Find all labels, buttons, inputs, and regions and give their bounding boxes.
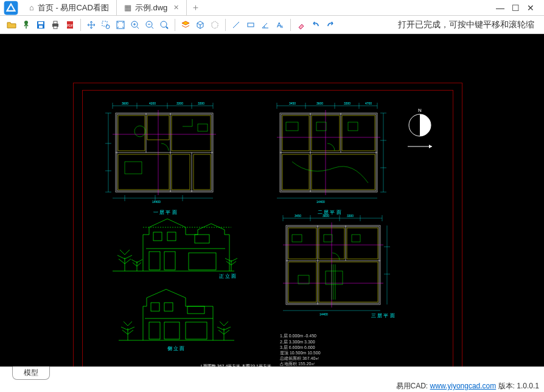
statusbar: 易用CAD: www.yiyongcad.com 版本: 1.0.0.1: [0, 380, 544, 392]
svg-rect-104: [195, 235, 209, 243]
svg-line-18: [152, 27, 153, 29]
layers-button[interactable]: [179, 18, 192, 32]
status-version-label: 版本:: [498, 381, 515, 391]
svg-text:4700: 4700: [365, 101, 372, 105]
pan-button[interactable]: [85, 18, 98, 32]
tab-home[interactable]: ⌂ 首页 - 易用CAD看图: [22, 0, 117, 15]
svg-text:3450: 3450: [295, 214, 301, 218]
drawing-content: 3600420033003300 14400 一 层 平 面: [73, 83, 462, 366]
svg-rect-136: [292, 235, 302, 242]
add-tab-button[interactable]: ＋: [187, 0, 204, 15]
svg-rect-4: [39, 26, 43, 28]
svg-rect-103: [167, 232, 176, 241]
elev-side-label: 侧 立 面: [167, 345, 184, 352]
svg-rect-83: [282, 154, 309, 190]
save-button[interactable]: [34, 18, 47, 32]
close-icon[interactable]: ✕: [173, 4, 179, 12]
svg-text:PDF: PDF: [67, 24, 73, 27]
elev-front-label: 正 立 面: [219, 273, 236, 280]
svg-text:14400: 14400: [152, 200, 161, 204]
svg-line-14: [137, 27, 139, 29]
print-button[interactable]: [49, 18, 62, 32]
zoom-window-button[interactable]: [99, 18, 113, 32]
svg-text:3600: 3600: [316, 101, 323, 105]
tab-label: 首页 - 易用CAD看图: [38, 2, 109, 13]
measure-line-button[interactable]: [229, 18, 243, 32]
svg-rect-102: [153, 232, 162, 241]
svg-rect-130: [347, 228, 378, 259]
svg-rect-137: [324, 235, 332, 242]
summary-line: L面图数 367.4平方米 本图23.1平方米: [201, 363, 271, 366]
svg-rect-6: [54, 21, 57, 24]
zoom-button[interactable]: [158, 18, 171, 32]
svg-point-20: [161, 21, 167, 27]
text-button[interactable]: Aa: [273, 18, 287, 32]
svg-rect-101: [189, 253, 216, 270]
svg-rect-123: [286, 225, 380, 304]
svg-rect-87: [286, 122, 298, 131]
svg-rect-82: [342, 115, 375, 151]
svg-text:3300: 3300: [347, 214, 354, 218]
open-button[interactable]: [5, 18, 18, 32]
svg-rect-23: [248, 23, 254, 27]
svg-text:N: N: [418, 108, 422, 113]
svg-rect-88: [316, 122, 326, 131]
svg-text:3600: 3600: [122, 101, 128, 105]
status-app-label: 易用CAD:: [396, 381, 428, 391]
svg-text:3300: 3300: [198, 101, 204, 105]
svg-rect-108: [164, 322, 180, 339]
model-tab[interactable]: 模型: [12, 366, 50, 380]
svg-text:14400: 14400: [319, 312, 328, 316]
svg-rect-111: [164, 303, 173, 311]
svg-rect-140: [298, 275, 309, 284]
toolbar: PDF Aa 打开已完成，可按中键平移和滚轮缩: [0, 16, 544, 34]
drawing-info-block: 1.层 0.000m -0.450 2.层 3.300m 3.300 3.层 6…: [280, 333, 321, 366]
redo-button[interactable]: [324, 18, 337, 32]
svg-text:3300: 3300: [344, 101, 350, 105]
svg-rect-57: [198, 124, 207, 131]
svg-rect-89: [348, 122, 358, 131]
svg-rect-51: [172, 154, 190, 190]
svg-rect-56: [125, 162, 142, 174]
plan3-label: 三 层 平 面: [371, 312, 395, 319]
maximize-button[interactable]: ☐: [512, 3, 520, 13]
measure-angle-button[interactable]: [259, 18, 272, 32]
3d-wire-button[interactable]: [208, 18, 221, 32]
svg-rect-49: [172, 115, 211, 151]
zoom-out-button[interactable]: [143, 18, 156, 32]
svg-rect-139: [326, 271, 343, 284]
zoom-extents-button[interactable]: [114, 18, 127, 32]
svg-text:3300: 3300: [176, 101, 183, 105]
app-logo: [0, 0, 22, 15]
measure-rect-button[interactable]: [244, 18, 257, 32]
tab-file[interactable]: ▦ 示例.dwg ✕: [117, 0, 187, 15]
titlebar: ⌂ 首页 - 易用CAD看图 ▦ 示例.dwg ✕ ＋ — ☐ ✕: [0, 0, 544, 16]
svg-rect-109: [186, 322, 207, 339]
home-icon: ⌂: [29, 3, 34, 12]
drawing-canvas[interactable]: 3600420033003300 14400 一 层 平 面: [0, 34, 544, 366]
status-url[interactable]: www.yiyongcad.com: [430, 382, 497, 390]
svg-rect-80: [282, 115, 309, 151]
svg-rect-131: [288, 262, 316, 302]
svg-rect-84: [312, 154, 375, 190]
3d-view-button[interactable]: [194, 18, 207, 32]
svg-rect-50: [118, 154, 169, 190]
pdf-button[interactable]: PDF: [63, 18, 77, 32]
svg-rect-99: [149, 252, 160, 270]
eraser-button[interactable]: [295, 18, 308, 32]
svg-rect-107: [149, 322, 160, 339]
svg-rect-124: [287, 227, 379, 303]
svg-text:3450: 3450: [289, 101, 296, 105]
svg-point-11: [106, 25, 110, 29]
minimize-button[interactable]: —: [496, 3, 504, 13]
status-version: 1.0.0.1: [517, 382, 539, 390]
close-button[interactable]: ✕: [527, 3, 534, 13]
svg-line-22: [233, 22, 239, 28]
svg-line-21: [166, 27, 168, 29]
svg-rect-100: [164, 252, 175, 270]
zoom-in-button[interactable]: [128, 18, 142, 32]
svg-text:14400: 14400: [316, 200, 325, 204]
window-controls: — ☐ ✕: [486, 0, 544, 15]
undo-button[interactable]: [309, 18, 323, 32]
palm-button[interactable]: [19, 18, 33, 32]
